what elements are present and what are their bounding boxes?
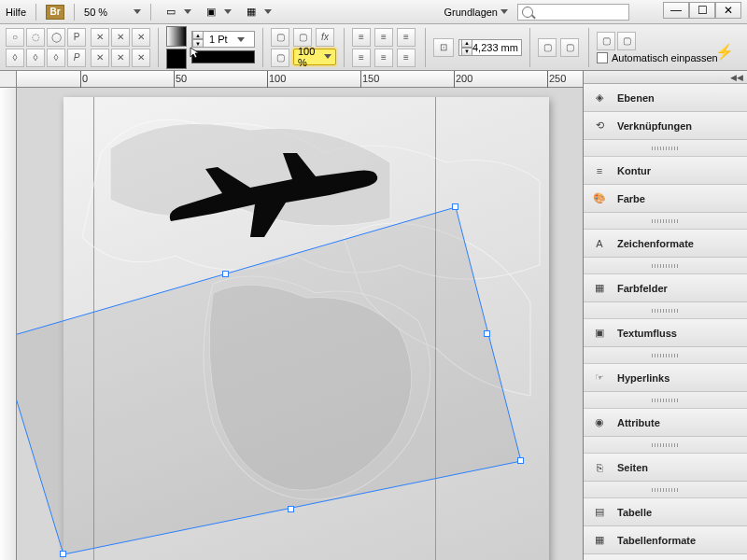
workspace-switcher[interactable]: Grundlagen xyxy=(444,7,509,18)
window-controls: — ☐ ✕ xyxy=(663,2,741,19)
search-input[interactable] xyxy=(537,7,621,18)
fill-swatch[interactable] xyxy=(166,26,187,47)
page[interactable] xyxy=(63,97,549,560)
stroke-weight-group: ▲ ▼ 1 Pt xyxy=(191,31,255,63)
panel-links[interactable]: ⟲Verknüpfungen xyxy=(584,112,747,140)
stroke-style-preview[interactable] xyxy=(191,50,255,63)
opacity-value: 100 % xyxy=(298,46,320,68)
wrap-option[interactable]: ◊ xyxy=(6,49,24,67)
selection-handle[interactable] xyxy=(60,551,66,557)
path-op[interactable]: ✕ xyxy=(132,49,150,67)
opacity-field[interactable]: 100 % xyxy=(293,49,336,65)
spin-down[interactable]: ▼ xyxy=(461,48,472,56)
align-button[interactable]: ≡ xyxy=(374,49,393,67)
panel-layers[interactable]: ◈Ebenen xyxy=(584,84,747,112)
path-ops-group: ✕ ✕ ✕ ✕ ✕ ✕ xyxy=(91,28,150,67)
panel-divider xyxy=(584,302,747,319)
wrap-option[interactable]: P xyxy=(67,49,86,67)
size-field[interactable]: ▲ ▼ xyxy=(458,39,522,56)
fx-button[interactable]: ▢ xyxy=(271,49,289,67)
close-button[interactable]: ✕ xyxy=(715,2,741,19)
panel-divider xyxy=(584,392,747,409)
wrap-option[interactable]: ◊ xyxy=(26,49,45,67)
transform-button[interactable]: ▢ xyxy=(617,32,636,50)
app-bar: Hilfe Br 50 % ▭ ▣ ▦ Grundlagen xyxy=(0,0,747,24)
panel-color[interactable]: 🎨Farbe xyxy=(584,185,747,213)
selection-handle[interactable] xyxy=(517,457,524,464)
panel-label: Hyperlinks xyxy=(617,372,669,384)
airplane-graphic[interactable] xyxy=(166,148,381,260)
wrap-option[interactable]: P xyxy=(67,28,86,47)
align-button[interactable]: ≡ xyxy=(397,28,416,47)
wrap-option[interactable]: ◊ xyxy=(47,49,65,67)
spin-up[interactable]: ▲ xyxy=(461,39,472,48)
selection-handle[interactable] xyxy=(484,330,490,337)
fx-button[interactable]: fx xyxy=(316,28,334,47)
align-button[interactable]: ≡ xyxy=(374,28,393,47)
transform-button[interactable]: ▢ xyxy=(597,32,615,50)
selection-handle[interactable] xyxy=(222,271,229,277)
panel-table[interactable]: ▤Tabelle xyxy=(584,498,747,526)
path-op[interactable]: ✕ xyxy=(111,28,130,47)
wrap-option[interactable]: ○ xyxy=(6,28,24,47)
ruler-origin[interactable] xyxy=(0,71,17,88)
wrap-options-group: ○ ◌ ◯ P ◊ ◊ ◊ P xyxy=(6,28,86,67)
frame-fit-button[interactable]: ▢ xyxy=(560,38,579,57)
chevron-down-icon xyxy=(500,9,508,14)
panel-label: Tabellenformate xyxy=(617,535,696,546)
panel-pages[interactable]: ⎘Seiten xyxy=(584,454,747,482)
minimize-button[interactable]: — xyxy=(663,2,689,19)
maximize-button[interactable]: ☐ xyxy=(689,2,715,19)
frame-fit-button[interactable]: ▢ xyxy=(538,38,557,57)
panel-cell-styles[interactable]: ▥Zellenformate xyxy=(584,554,747,560)
align-button[interactable]: ≡ xyxy=(352,49,371,67)
chevron-down-icon xyxy=(184,9,191,14)
bridge-button[interactable]: Br xyxy=(46,5,64,20)
selection-handle[interactable] xyxy=(452,203,458,210)
fx-button[interactable]: ▢ xyxy=(293,28,312,47)
arrange-dropdown[interactable]: ▦ xyxy=(241,3,272,21)
screen-mode-dropdown[interactable]: ▣ xyxy=(201,3,232,21)
vertical-ruler[interactable] xyxy=(0,88,17,560)
panel-divider xyxy=(584,258,747,274)
canvas[interactable] xyxy=(17,88,583,560)
stroke-swatch[interactable] xyxy=(166,49,187,69)
stroke-weight-field[interactable]: ▲ ▼ 1 Pt xyxy=(191,31,255,48)
wrap-option[interactable]: ◯ xyxy=(47,28,65,47)
panel-char-styles[interactable]: AZeichenformate xyxy=(584,230,747,258)
textwrap-icon: ▣ xyxy=(591,326,608,341)
size-input[interactable] xyxy=(472,42,519,53)
panel-hyperlinks[interactable]: ☞Hyperlinks xyxy=(584,364,747,392)
panel-stroke[interactable]: ≡Kontur xyxy=(584,157,747,185)
collapse-dock-button[interactable]: ◀◀ xyxy=(584,71,747,84)
path-op[interactable]: ✕ xyxy=(111,49,130,67)
table-styles-icon: ▦ xyxy=(591,533,608,548)
panel-table-styles[interactable]: ▦Tabellenformate xyxy=(584,526,747,554)
wrap-option[interactable]: ◌ xyxy=(26,28,45,47)
quick-apply-icon[interactable]: ⚡ xyxy=(715,43,734,61)
autofit-checkbox[interactable]: Automatisch einpassen xyxy=(597,52,718,63)
cursor-icon xyxy=(190,47,201,60)
path-op[interactable]: ✕ xyxy=(91,28,109,47)
horizontal-ruler[interactable]: 050100150200250 xyxy=(17,71,583,88)
links-icon: ⟲ xyxy=(591,119,608,133)
spin-up[interactable]: ▲ xyxy=(192,31,204,39)
panel-attributes[interactable]: ◉Attribute xyxy=(584,409,747,437)
checkbox-icon xyxy=(597,52,608,63)
attributes-icon: ◉ xyxy=(591,415,608,430)
zoom-dropdown[interactable]: 50 % xyxy=(84,7,141,18)
view-options-dropdown[interactable]: ▭ xyxy=(161,3,191,21)
panel-swatches[interactable]: ▦Farbfelder xyxy=(584,274,747,302)
fx-button[interactable]: ▢ xyxy=(271,28,289,47)
fit-frame-button[interactable]: ⊡ xyxy=(433,38,454,57)
path-op[interactable]: ✕ xyxy=(91,49,109,67)
path-op[interactable]: ✕ xyxy=(132,28,150,47)
selection-handle[interactable] xyxy=(288,506,294,512)
swatches-icon: ▦ xyxy=(591,281,608,296)
panel-textwrap[interactable]: ▣Textumfluss xyxy=(584,319,747,347)
search-field[interactable] xyxy=(517,4,629,21)
panel-label: Kontur xyxy=(617,165,651,176)
align-button[interactable]: ≡ xyxy=(397,49,416,67)
align-button[interactable]: ≡ xyxy=(352,28,371,47)
help-menu[interactable]: Hilfe xyxy=(6,7,26,18)
